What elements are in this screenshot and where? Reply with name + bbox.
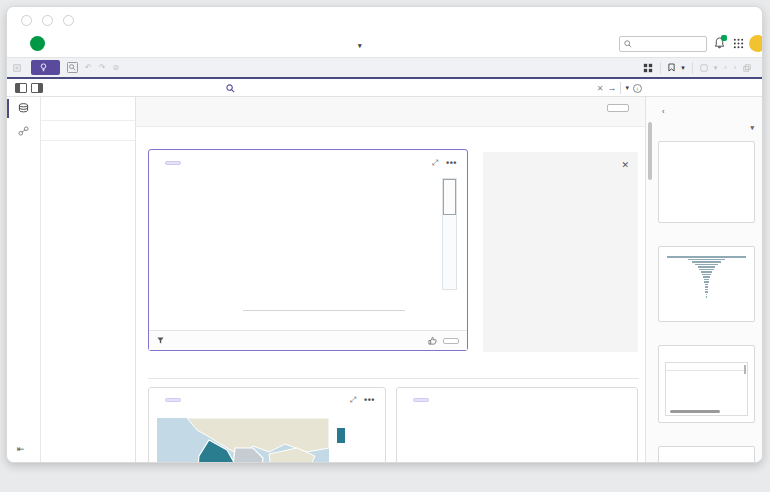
submit-query-icon[interactable]: → bbox=[607, 83, 616, 93]
treemap-result-card[interactable] bbox=[396, 387, 638, 463]
expand-chart-icon[interactable]: ⤢ bbox=[350, 395, 356, 405]
selection-toolbar: ↶ ↷ ⊘ ▾ ▾ ‹ › bbox=[7, 58, 762, 77]
funnel-step bbox=[688, 259, 725, 261]
panel-scrollbar[interactable] bbox=[648, 122, 652, 180]
cancel-button[interactable] bbox=[607, 104, 629, 112]
minimize-window-icon[interactable] bbox=[42, 15, 53, 26]
map-visualization[interactable] bbox=[157, 418, 329, 463]
kpi-scrollbar[interactable] bbox=[744, 365, 746, 374]
x-axis-line bbox=[243, 310, 405, 311]
app-window: ▾ ↶ ↷ ⊘ bbox=[6, 6, 763, 463]
clear-query-icon[interactable]: ✕ bbox=[597, 84, 604, 93]
close-insights-icon[interactable]: ✕ bbox=[621, 160, 629, 170]
prev-sheet-icon[interactable]: ‹ bbox=[724, 64, 726, 71]
funnel-step bbox=[704, 279, 710, 281]
funnel-step bbox=[705, 286, 708, 288]
chevron-down-icon: ▾ bbox=[358, 42, 362, 49]
search-icon bbox=[226, 84, 235, 93]
info-icon[interactable]: i bbox=[633, 84, 642, 93]
nlq-header-bar bbox=[136, 97, 645, 127]
x-axis-ticks bbox=[149, 313, 467, 321]
nl-query-input[interactable]: ✕ → ▾ i bbox=[220, 79, 648, 97]
search-assets-input[interactable] bbox=[41, 97, 135, 121]
main-content: ⤢ ••• bbox=[136, 97, 645, 462]
suggestion-pie-chart[interactable] bbox=[658, 141, 755, 223]
maximize-window-icon[interactable] bbox=[63, 15, 74, 26]
step-back-selection-icon[interactable]: ↶ bbox=[85, 63, 92, 72]
insights-panel: ✕ bbox=[483, 152, 638, 352]
fields-section-header[interactable] bbox=[41, 121, 135, 141]
sheets-icon bbox=[700, 64, 708, 72]
rail-item-fields[interactable] bbox=[7, 97, 40, 120]
user-avatar[interactable] bbox=[749, 35, 763, 52]
insight-advisor-header: ✕ → ▾ i bbox=[7, 79, 762, 97]
kpi-dimension-value bbox=[666, 363, 747, 371]
treemap-visualization bbox=[405, 418, 629, 463]
kpi-horizontal-scrollbar[interactable] bbox=[670, 410, 720, 413]
funnel-step bbox=[699, 269, 713, 271]
back-to-properties-link[interactable]: ‹ bbox=[662, 107, 669, 116]
chart-menu-icon[interactable]: ••• bbox=[364, 395, 375, 405]
map-result-card[interactable]: ⤢ ••• bbox=[148, 387, 386, 463]
app-body: ⇤ ⤢ ••• bbox=[7, 97, 762, 462]
global-search-input[interactable] bbox=[619, 36, 707, 52]
master-items-icon bbox=[18, 126, 29, 136]
funnel-step bbox=[698, 266, 716, 268]
duplicate-button[interactable] bbox=[743, 64, 754, 72]
toggle-left-panel-icon[interactable] bbox=[15, 83, 27, 93]
insight-advisor-button[interactable] bbox=[31, 60, 60, 75]
search-icon bbox=[624, 40, 632, 48]
sheet-grid-icon[interactable] bbox=[643, 63, 653, 73]
funnel-step bbox=[703, 276, 710, 278]
toggle-right-panel-icon[interactable] bbox=[31, 83, 43, 93]
treemap-analysis-badge bbox=[413, 398, 429, 402]
funnel-step bbox=[695, 264, 717, 266]
app-launcher-icon[interactable] bbox=[733, 38, 744, 49]
map-analysis-badge bbox=[165, 398, 181, 402]
chevron-left-icon: ‹ bbox=[662, 107, 665, 116]
result-card-header: ⤢ ••• bbox=[149, 150, 467, 176]
language-selector[interactable]: ▾ bbox=[625, 84, 629, 92]
treemap-card-header bbox=[397, 388, 637, 412]
selections-search-icon[interactable] bbox=[67, 62, 78, 73]
next-sheet-icon[interactable]: › bbox=[734, 64, 736, 71]
expand-chart-icon[interactable]: ⤢ bbox=[432, 158, 438, 168]
fields-icon bbox=[18, 103, 29, 113]
funnel-shape bbox=[659, 256, 754, 298]
notes-button[interactable] bbox=[13, 64, 24, 72]
map-legend bbox=[337, 420, 348, 443]
chart-gridlines bbox=[243, 178, 405, 308]
properties-panel: ‹ ▾ bbox=[645, 97, 762, 462]
close-window-icon[interactable] bbox=[21, 15, 32, 26]
clear-selections-icon[interactable]: ⊘ bbox=[112, 63, 119, 72]
funnel-step bbox=[705, 291, 707, 293]
qlik-logo[interactable] bbox=[29, 35, 45, 51]
minimap-window[interactable] bbox=[443, 179, 456, 215]
funnel-step bbox=[692, 261, 721, 263]
duplicate-icon bbox=[743, 64, 751, 72]
notifications-bell-icon[interactable] bbox=[714, 37, 725, 49]
result-chart-card[interactable]: ⤢ ••• bbox=[148, 149, 468, 351]
suggestion-funnel-chart[interactable] bbox=[658, 246, 755, 322]
suggestion-multi-kpi[interactable] bbox=[658, 345, 755, 423]
chart-scroll-minimap[interactable] bbox=[442, 178, 457, 290]
assets-panel bbox=[41, 97, 136, 462]
other-charts-header[interactable]: ▾ bbox=[658, 124, 754, 132]
step-forward-selection-icon[interactable]: ↷ bbox=[99, 63, 106, 72]
suggestion-word-cloud[interactable] bbox=[658, 446, 755, 463]
funnel-step bbox=[702, 274, 711, 276]
top-navigation: ▾ bbox=[7, 31, 762, 58]
funnel-step bbox=[704, 281, 709, 283]
lightbulb-icon bbox=[40, 63, 47, 72]
collapse-panel-icon[interactable]: ⇤ bbox=[17, 444, 25, 454]
thumbs-up-icon[interactable] bbox=[428, 336, 437, 345]
chart-suggestions-list bbox=[658, 141, 755, 463]
chart-menu-icon[interactable]: ••• bbox=[446, 158, 457, 168]
add-to-sheet-button[interactable] bbox=[443, 338, 459, 344]
suggestion-caption bbox=[658, 423, 755, 432]
sheets-dropdown[interactable]: ▾ bbox=[700, 64, 718, 72]
rail-item-master-items[interactable] bbox=[7, 120, 40, 143]
bookmarks-dropdown[interactable]: ▾ bbox=[668, 63, 685, 72]
app-title-dropdown[interactable]: ▾ bbox=[355, 39, 362, 50]
funnel-step bbox=[706, 296, 708, 298]
